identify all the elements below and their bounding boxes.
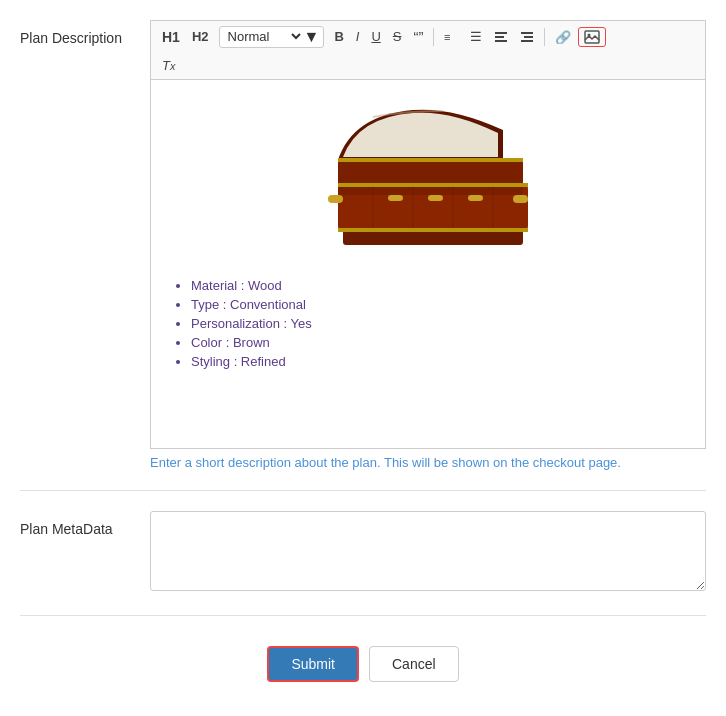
plan-description-row: Plan Description H1 H2 Normal Heading 1 … — [20, 20, 706, 491]
svg-rect-17 — [428, 195, 443, 201]
quote-button[interactable]: “” — [408, 25, 428, 48]
hint-text-link: This will be shown on the checkout page. — [384, 455, 621, 470]
svg-rect-14 — [328, 195, 343, 203]
editor-image-area — [166, 95, 690, 258]
align-right-icon — [520, 31, 534, 43]
editor-toolbar-row2: Tx — [150, 52, 706, 79]
align-right-button[interactable] — [515, 28, 539, 46]
format-select[interactable]: Normal Heading 1 Heading 2 Heading 3 — [224, 28, 304, 45]
casket-image — [313, 95, 543, 255]
strikethrough-button[interactable]: S — [388, 26, 407, 47]
divider-2 — [544, 28, 545, 46]
svg-text:🔗: 🔗 — [555, 30, 571, 44]
list-item-color: Color : Brown — [191, 335, 690, 350]
metadata-label-text: Plan MetaData — [20, 521, 113, 537]
metadata-content — [150, 511, 706, 595]
description-list: Material : Wood Type : Conventional Pers… — [166, 278, 690, 369]
form-buttons: Submit Cancel — [20, 646, 706, 682]
plan-metadata-row: Plan MetaData — [20, 511, 706, 616]
hint-text: Enter a short description about the plan… — [150, 455, 706, 470]
svg-rect-15 — [513, 195, 528, 203]
unordered-list-button[interactable]: ☰ — [465, 26, 487, 47]
svg-rect-18 — [468, 195, 483, 201]
svg-rect-13 — [338, 183, 528, 187]
label-text: Plan Description — [20, 30, 122, 46]
svg-rect-11 — [338, 160, 523, 195]
svg-rect-19 — [343, 230, 523, 245]
ol-icon: ≡ — [444, 30, 458, 44]
ordered-list-button[interactable]: ≡ — [439, 27, 463, 47]
svg-rect-20 — [338, 228, 528, 232]
metadata-input[interactable] — [150, 511, 706, 591]
list-item-styling: Styling : Refined — [191, 354, 690, 369]
submit-button[interactable]: Submit — [267, 646, 359, 682]
align-left-button[interactable] — [489, 28, 513, 46]
hint-text-static: Enter a short description about the plan… — [150, 455, 381, 470]
clear-format-button[interactable]: Tx — [157, 55, 180, 76]
image-button[interactable] — [578, 27, 606, 47]
editor-toolbar: H1 H2 Normal Heading 1 Heading 2 Heading… — [150, 20, 706, 52]
h2-button[interactable]: H2 — [187, 26, 214, 47]
editor-body[interactable]: Material : Wood Type : Conventional Pers… — [150, 79, 706, 449]
divider-1 — [433, 28, 434, 46]
format-select-wrap: Normal Heading 1 Heading 2 Heading 3 ▼ — [219, 26, 325, 48]
link-icon: 🔗 — [555, 30, 571, 44]
underline-button[interactable]: U — [366, 26, 385, 47]
align-left-icon — [494, 31, 508, 43]
list-item-personalization: Personalization : Yes — [191, 316, 690, 331]
select-chevron-icon: ▼ — [304, 28, 320, 46]
list-item-material: Material : Wood — [191, 278, 690, 293]
plan-metadata-label: Plan MetaData — [20, 511, 150, 537]
editor-container: H1 H2 Normal Heading 1 Heading 2 Heading… — [150, 20, 706, 470]
list-item-type: Type : Conventional — [191, 297, 690, 312]
link-button[interactable]: 🔗 — [550, 27, 576, 47]
bold-button[interactable]: B — [329, 26, 348, 47]
image-icon — [584, 30, 600, 44]
cancel-button[interactable]: Cancel — [369, 646, 459, 682]
svg-text:≡: ≡ — [444, 31, 450, 43]
svg-rect-16 — [388, 195, 403, 201]
h1-button[interactable]: H1 — [157, 26, 185, 48]
plan-description-label: Plan Description — [20, 20, 150, 46]
svg-rect-12 — [338, 158, 523, 162]
italic-button[interactable]: I — [351, 26, 365, 47]
